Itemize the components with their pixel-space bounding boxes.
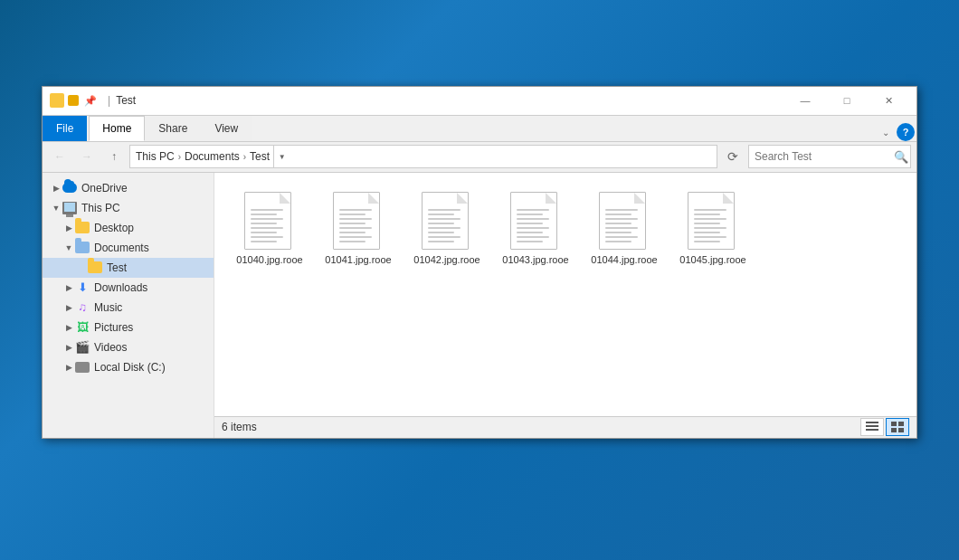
title-folder-small-icon — [68, 95, 79, 106]
view-tiles-button[interactable] — [886, 418, 909, 436]
file-item[interactable]: 01040.jpg.rooe — [229, 182, 310, 272]
sidebar-label-desktop: Desktop — [94, 222, 134, 234]
file-icon — [422, 188, 472, 250]
onedrive-icon — [62, 181, 77, 195]
address-path[interactable]: This PC › Documents › Test ▼ — [129, 145, 717, 168]
file-item[interactable]: 01044.jpg.rooe — [584, 182, 665, 272]
sidebar: OneDrive This PC Desktop — [43, 173, 214, 438]
search-box[interactable]: 🔍 — [748, 145, 911, 168]
sidebar-label-documents: Documents — [94, 242, 149, 254]
file-name: 01040.jpg.rooe — [236, 253, 302, 266]
sidebar-item-downloads[interactable]: ⬇ Downloads — [43, 278, 214, 298]
file-icon — [688, 188, 738, 250]
expand-arrow-videos — [62, 341, 75, 354]
path-this-pc: This PC — [136, 150, 175, 163]
sidebar-item-desktop[interactable]: Desktop — [43, 218, 214, 238]
minimize-button[interactable]: — — [784, 87, 826, 114]
file-icon-body — [688, 192, 735, 250]
svg-rect-6 — [898, 428, 904, 432]
svg-rect-4 — [898, 422, 904, 426]
file-name: 01044.jpg.rooe — [591, 253, 657, 266]
svg-rect-3 — [891, 422, 897, 426]
expand-arrow-test — [75, 261, 88, 274]
file-icon — [510, 188, 561, 250]
sidebar-item-this-pc[interactable]: This PC — [43, 198, 214, 218]
sidebar-label-test: Test — [107, 261, 127, 274]
file-icon-lines — [694, 209, 726, 245]
title-bar: 📌 | Test — □ ✕ — [43, 87, 916, 116]
expand-arrow-onedrive — [50, 182, 62, 195]
ribbon: File Home Share View ⌄ ? — [43, 116, 916, 142]
expand-arrow-desktop — [62, 222, 75, 234]
forward-button[interactable]: → — [75, 145, 99, 168]
sidebar-item-music[interactable]: ♫ Music — [43, 298, 214, 318]
file-icon-body — [244, 192, 291, 250]
window-title: Test — [116, 94, 784, 107]
files-content: 01040.jpg.rooe 01041.jpg.rooe — [214, 173, 916, 416]
sidebar-item-local-disk[interactable]: Local Disk (C:) — [43, 357, 214, 377]
tab-file[interactable]: File — [43, 116, 87, 141]
maximize-button[interactable]: □ — [826, 87, 868, 114]
refresh-button[interactable]: ⟳ — [721, 145, 745, 168]
sidebar-label-local-disk: Local Disk (C:) — [94, 361, 166, 374]
videos-icon: 🎬 — [75, 340, 90, 355]
file-icon — [599, 188, 650, 250]
window-controls: — □ ✕ — [784, 87, 909, 114]
file-icon-body — [599, 192, 646, 250]
up-button[interactable]: ↑ — [102, 145, 126, 168]
tab-home[interactable]: Home — [89, 116, 145, 141]
search-icon[interactable]: 🔍 — [894, 150, 908, 164]
sidebar-label-onedrive: OneDrive — [81, 182, 128, 195]
address-dropdown-button[interactable]: ▼ — [273, 145, 290, 168]
file-icon-body — [422, 192, 469, 250]
file-icon-lines — [605, 209, 638, 245]
ribbon-tabs: File Home Share View ⌄ ? — [43, 116, 916, 141]
quick-access-pin: 📌 — [84, 95, 97, 107]
expand-arrow-pictures — [62, 321, 75, 334]
file-name: 01041.jpg.rooe — [325, 253, 391, 266]
tab-share[interactable]: Share — [145, 116, 201, 141]
svg-rect-1 — [866, 425, 878, 427]
main-area: OneDrive This PC Desktop — [43, 173, 916, 438]
svg-rect-2 — [866, 429, 878, 431]
file-item[interactable]: 01043.jpg.rooe — [495, 182, 576, 272]
file-explorer-window: 📌 | Test — □ ✕ File Home Share View ⌄ ? … — [42, 86, 917, 439]
file-icon-body — [510, 192, 557, 250]
sidebar-item-pictures[interactable]: 🖼 Pictures — [43, 318, 214, 337]
view-details-button[interactable] — [860, 418, 884, 436]
sidebar-label-videos: Videos — [94, 341, 127, 354]
sidebar-label-this-pc: This PC — [81, 202, 120, 214]
sidebar-item-onedrive[interactable]: OneDrive — [43, 178, 214, 198]
file-icon-lines — [339, 209, 372, 245]
sidebar-item-documents[interactable]: Documents — [43, 238, 214, 258]
file-name: 01043.jpg.rooe — [502, 253, 568, 266]
file-item[interactable]: 01042.jpg.rooe — [406, 182, 488, 272]
file-name: 01045.jpg.rooe — [679, 253, 745, 266]
file-icon-lines — [517, 209, 549, 245]
sidebar-item-test[interactable]: Test — [43, 258, 214, 278]
svg-rect-5 — [891, 428, 897, 432]
file-item[interactable]: 01045.jpg.rooe — [672, 182, 754, 272]
files-area: 01040.jpg.rooe 01041.jpg.rooe — [214, 173, 916, 438]
sidebar-label-downloads: Downloads — [94, 281, 147, 294]
item-count: 6 items — [222, 421, 860, 433]
back-button[interactable]: ← — [48, 145, 71, 168]
local-disk-icon — [75, 360, 90, 375]
file-item[interactable]: 01041.jpg.rooe — [318, 182, 399, 272]
expand-arrow-music — [62, 301, 75, 314]
desktop-icon — [75, 221, 90, 235]
file-icon-body — [333, 192, 380, 250]
pictures-icon: 🖼 — [75, 320, 90, 335]
file-icon-lines — [428, 209, 461, 245]
this-pc-icon — [62, 201, 77, 215]
ribbon-expand-icon[interactable]: ⌄ — [875, 124, 897, 141]
view-toggle — [860, 418, 909, 436]
tab-view[interactable]: View — [201, 116, 252, 141]
search-input[interactable] — [755, 150, 890, 163]
status-bar: 6 items — [214, 416, 916, 438]
close-button[interactable]: ✕ — [868, 87, 909, 114]
music-icon: ♫ — [75, 300, 90, 315]
title-bar-icons: 📌 — [50, 93, 97, 108]
sidebar-item-videos[interactable]: 🎬 Videos — [43, 337, 214, 357]
help-button[interactable]: ? — [897, 123, 915, 141]
